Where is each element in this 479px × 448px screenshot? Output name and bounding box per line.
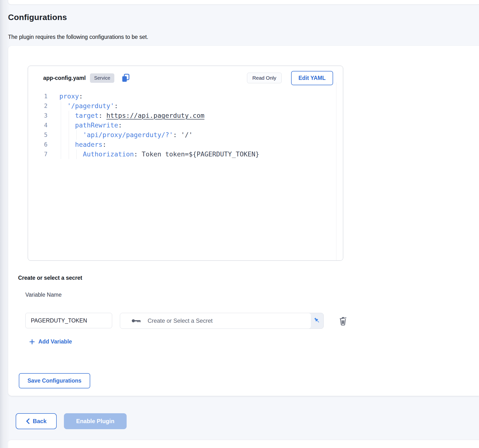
line-number: 2: [28, 101, 48, 111]
secret-select-field[interactable]: Create or Select a Secret: [120, 313, 311, 329]
copy-icon: [121, 73, 130, 83]
secret-section-heading: Create or select a secret: [18, 275, 82, 281]
plus-icon: [29, 339, 35, 345]
pin-icon: [313, 316, 321, 325]
code-line: 6 headers:: [28, 140, 336, 149]
add-variable-button[interactable]: Add Variable: [29, 338, 72, 345]
edit-yaml-button[interactable]: Edit YAML: [291, 71, 333, 85]
key-icon: [131, 318, 142, 324]
file-name: app-config.yaml: [43, 75, 86, 81]
trash-icon: [338, 315, 348, 326]
copy-button[interactable]: [121, 73, 131, 83]
code-editor[interactable]: 1proxy:2 '/pagerduty':3 target: https://…: [28, 91, 336, 260]
line-number: 6: [28, 140, 48, 149]
pin-button[interactable]: [310, 313, 323, 329]
line-number: 3: [28, 111, 48, 120]
code-line: 5 'api/proxy/pagerduty/?': '/': [28, 130, 336, 140]
page-subtitle: The plugin requires the following config…: [8, 34, 148, 40]
variable-name-input[interactable]: [25, 313, 112, 328]
editor-scrollbar[interactable]: [336, 82, 343, 260]
code-lines: 1proxy:2 '/pagerduty':3 target: https://…: [28, 91, 336, 159]
previous-section-card: [8, 0, 479, 5]
line-number: 1: [28, 91, 48, 101]
page-title: Configurations: [8, 13, 67, 22]
code-line: 1proxy:: [28, 91, 336, 101]
yaml-config-card: app-config.yaml Service Read Only Edit Y…: [28, 66, 343, 261]
service-badge: Service: [90, 73, 114, 83]
read-only-badge: Read Only: [247, 73, 281, 83]
chevron-left-icon: [26, 418, 30, 424]
enable-plugin-button[interactable]: Enable Plugin: [64, 413, 127, 429]
secret-select-placeholder: Create or Select a Secret: [148, 317, 212, 324]
code-line: 3 target: https://api.pagerduty.com: [28, 111, 336, 120]
next-section-card: [8, 440, 479, 448]
variable-name-label: Variable Name: [25, 292, 62, 298]
code-card-header: app-config.yaml Service Read Only Edit Y…: [28, 66, 343, 90]
configurations-panel: app-config.yaml Service Read Only Edit Y…: [8, 46, 479, 396]
line-number: 4: [28, 120, 48, 130]
code-line: 2 '/pagerduty':: [28, 101, 336, 111]
add-variable-label: Add Variable: [38, 338, 72, 345]
delete-variable-button[interactable]: [337, 314, 349, 327]
line-number: 7: [28, 149, 48, 159]
secret-select[interactable]: Create or Select a Secret: [120, 313, 324, 329]
back-button[interactable]: Back: [16, 413, 57, 429]
back-button-label: Back: [33, 418, 47, 425]
code-line: 7 Authorization: Token token=${PAGERDUTY…: [28, 149, 336, 159]
save-configurations-button[interactable]: Save Configurations: [19, 373, 90, 388]
line-number: 5: [28, 130, 48, 140]
code-line: 4 pathRewrite:: [28, 120, 336, 130]
